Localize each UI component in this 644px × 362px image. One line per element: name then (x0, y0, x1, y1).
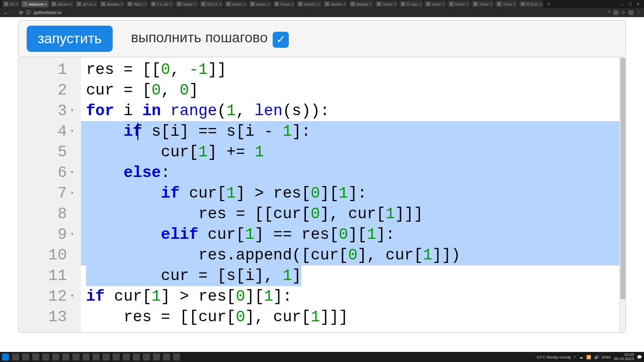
taskbar-app[interactable] (62, 353, 69, 360)
gutter-line[interactable]: 8 (21, 204, 74, 224)
gutter-line[interactable]: 6▾ (21, 162, 74, 183)
start-button[interactable] (2, 353, 9, 360)
code-line: if cur[1] > res[0][1]: (81, 183, 625, 204)
url-field[interactable]: pythontutor.ru (34, 10, 605, 15)
gutter-line[interactable]: 3▾ (21, 101, 74, 121)
scrollbar-thumb[interactable] (620, 58, 625, 299)
onedrive-icon[interactable]: ☁ (579, 355, 583, 359)
browser-tab[interactable]: lesson1× (296, 1, 321, 8)
gutter-line[interactable]: 11 (21, 265, 74, 286)
taskbar-app[interactable] (72, 353, 79, 360)
editor-toolbar: запустить выполнить пошагово ✓ (18, 20, 626, 57)
browser-tab[interactable]: 9.6. Ви× (149, 1, 174, 8)
code-line: if cur[1] > res[0][1]: (81, 286, 625, 307)
code-line: res = [[cur[0], cur[1]]] (81, 204, 625, 224)
volume-icon[interactable]: 🔊 (594, 355, 599, 359)
site-info-icon[interactable]: ⓘ (26, 10, 31, 16)
gutter-line[interactable]: 7▾ (21, 183, 74, 204)
code-editor[interactable]: 123▾4▾56▾7▾89▾101112▾13 res = [[0, -1]] … (18, 57, 626, 333)
vertical-scrollbar[interactable] (619, 57, 625, 332)
code-area[interactable]: res = [[0, -1]] cur = [0, 0] for i in ra… (81, 57, 625, 332)
browser-tab[interactable]: ИП× (2, 1, 20, 8)
step-mode-toggle[interactable]: выполнить пошагово ✓ (131, 30, 289, 48)
browser-tab[interactable]: Динами× (99, 1, 125, 8)
taskbar-app[interactable] (133, 353, 140, 360)
browser-titlebar: ИП×инфоолимп×sBoard×ДП по×Динами×https:/… (0, 0, 644, 8)
browser-tab[interactable]: Ненеч× (224, 1, 248, 8)
back-button[interactable]: ← (3, 10, 8, 16)
taskbar-app[interactable] (103, 353, 110, 360)
menu-icon[interactable]: ⋮ (636, 10, 641, 15)
taskbar-app[interactable] (153, 353, 160, 360)
code-line: cur = [0, 0] (81, 80, 625, 101)
browser-tab[interactable]: Заняти× (323, 1, 348, 8)
weather-widget[interactable]: 13°C Mostly cloudy (536, 355, 571, 359)
code-line: for i in range(1, len(s)): (81, 101, 625, 121)
taskbar-app[interactable] (83, 353, 90, 360)
extension-icon[interactable] (613, 10, 618, 15)
browser-tab[interactable]: Интер× (447, 1, 470, 8)
gutter-line[interactable]: 9▾ (21, 224, 74, 245)
translate-icon[interactable]: ᴳ (608, 10, 610, 15)
task-view-icon[interactable] (22, 353, 29, 360)
new-tab-button[interactable]: + (545, 2, 552, 7)
browser-tab[interactable]: ЕГЭ по× (519, 1, 543, 8)
forward-button[interactable]: → (11, 10, 16, 16)
gutter-line[interactable]: 12▾ (21, 286, 74, 307)
taskbar-app[interactable] (32, 353, 39, 360)
windows-taskbar[interactable]: 13°C Mostly cloudy ^ ☁ 📶 🔊 ENG 19:3509.1… (0, 352, 644, 362)
run-button[interactable]: запустить (27, 26, 113, 52)
code-line: res = [[0, -1]] (81, 59, 625, 80)
window-controls[interactable]: —▢✕ (620, 2, 642, 7)
gutter-line[interactable]: 13 (21, 307, 74, 327)
browser-tab[interactable]: 57 лиц× (399, 1, 423, 8)
taskbar-app[interactable] (163, 353, 170, 360)
code-line: res.append([cur[0], cur[1]]) (81, 245, 625, 265)
code-line: cur[1] += 1 (81, 142, 625, 162)
text-cursor (137, 123, 138, 140)
browser-tab[interactable]: инфоолимп× (21, 1, 49, 8)
bookmark-icon[interactable]: ☆ (621, 10, 625, 15)
search-icon[interactable] (12, 353, 19, 360)
tray-chevron-icon[interactable]: ^ (574, 355, 576, 359)
gutter-line[interactable]: 2 (21, 80, 74, 101)
gutter-line[interactable]: 10 (21, 245, 74, 265)
browser-tab[interactable]: ДП по× (75, 1, 98, 8)
language-indicator[interactable]: ENG (602, 355, 611, 359)
code-line: res = [[cur[0], cur[1]]] (81, 307, 625, 327)
system-tray[interactable]: 13°C Mostly cloudy ^ ☁ 📶 🔊 ENG 19:3509.1… (536, 353, 642, 361)
extension-icon-2[interactable] (628, 10, 633, 15)
browser-tab[interactable]: Online× (375, 1, 398, 8)
taskbar-app[interactable] (113, 353, 120, 360)
step-label: выполнить пошагово (131, 30, 268, 45)
code-line: if s[i] == s[i - 1]: (81, 121, 625, 142)
code-line: else: (81, 162, 625, 183)
taskbar-app[interactable] (123, 353, 130, 360)
taskbar-app[interactable] (143, 353, 150, 360)
checkbox-checked-icon[interactable]: ✓ (273, 32, 289, 48)
line-gutter: 123▾4▾56▾7▾89▾101112▾13 (19, 57, 81, 332)
browser-tab[interactable]: Олим× (424, 1, 446, 8)
browser-tab[interactable]: Задани× (349, 1, 374, 8)
wifi-icon[interactable]: 📶 (586, 355, 591, 359)
clock[interactable]: 19:3509.10.2023 (614, 353, 634, 361)
gutter-line[interactable]: 1 (21, 59, 74, 80)
browser-tab[interactable]: "Похо× (495, 1, 518, 8)
browser-tab[interactable]: Ганим× (175, 1, 198, 8)
browser-tab[interactable]: https:/× (126, 1, 148, 8)
address-bar: ← → ⟳ ⓘ pythontutor.ru ᴳ ☆ ⋮ (0, 8, 644, 17)
taskbar-app[interactable] (42, 353, 49, 360)
browser-tab[interactable]: sBoard× (50, 1, 74, 8)
taskbar-app[interactable] (173, 353, 180, 360)
browser-tab[interactable]: "Похо× (471, 1, 494, 8)
gutter-line[interactable]: 4▾ (21, 121, 74, 142)
notifications-icon[interactable]: 💬 (637, 355, 642, 359)
browser-tab[interactable]: Кружо× (249, 1, 272, 8)
browser-tab[interactable]: Теоре× (273, 1, 296, 8)
taskbar-app[interactable] (52, 353, 59, 360)
browser-tab[interactable]: 2014-1× (199, 1, 223, 8)
gutter-line[interactable]: 5 (21, 142, 74, 162)
taskbar-app[interactable] (93, 353, 100, 360)
reload-button[interactable]: ⟳ (19, 10, 23, 16)
code-line: elif cur[1] == res[0][1]: (81, 224, 625, 245)
